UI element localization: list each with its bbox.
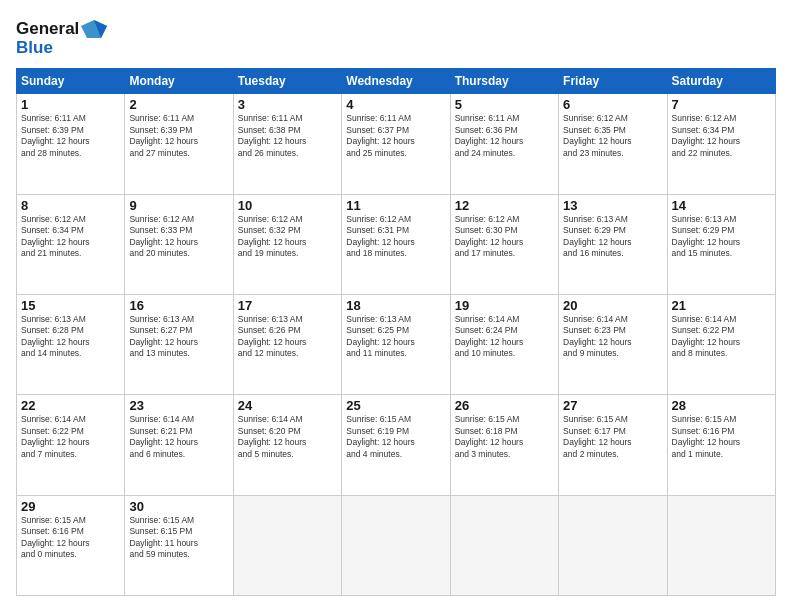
cell-details: Sunrise: 6:13 AM Sunset: 6:29 PM Dayligh… — [672, 214, 771, 260]
table-row: 2Sunrise: 6:11 AM Sunset: 6:39 PM Daylig… — [125, 94, 233, 194]
cell-details: Sunrise: 6:11 AM Sunset: 6:36 PM Dayligh… — [455, 113, 554, 159]
day-number: 28 — [672, 398, 771, 413]
table-row: 16Sunrise: 6:13 AM Sunset: 6:27 PM Dayli… — [125, 295, 233, 395]
table-row: 28Sunrise: 6:15 AM Sunset: 6:16 PM Dayli… — [667, 395, 775, 495]
calendar-table: Sunday Monday Tuesday Wednesday Thursday… — [16, 68, 776, 596]
cell-details: Sunrise: 6:12 AM Sunset: 6:34 PM Dayligh… — [672, 113, 771, 159]
calendar-header-row: Sunday Monday Tuesday Wednesday Thursday… — [17, 69, 776, 94]
col-saturday: Saturday — [667, 69, 775, 94]
col-monday: Monday — [125, 69, 233, 94]
calendar-week-1: 1Sunrise: 6:11 AM Sunset: 6:39 PM Daylig… — [17, 94, 776, 194]
table-row — [667, 495, 775, 595]
cell-details: Sunrise: 6:15 AM Sunset: 6:15 PM Dayligh… — [129, 515, 228, 561]
col-wednesday: Wednesday — [342, 69, 450, 94]
day-number: 7 — [672, 97, 771, 112]
col-thursday: Thursday — [450, 69, 558, 94]
cell-details: Sunrise: 6:12 AM Sunset: 6:34 PM Dayligh… — [21, 214, 120, 260]
day-number: 18 — [346, 298, 445, 313]
table-row — [450, 495, 558, 595]
table-row: 5Sunrise: 6:11 AM Sunset: 6:36 PM Daylig… — [450, 94, 558, 194]
col-sunday: Sunday — [17, 69, 125, 94]
table-row — [559, 495, 667, 595]
day-number: 14 — [672, 198, 771, 213]
calendar-week-5: 29Sunrise: 6:15 AM Sunset: 6:16 PM Dayli… — [17, 495, 776, 595]
cell-details: Sunrise: 6:13 AM Sunset: 6:27 PM Dayligh… — [129, 314, 228, 360]
table-row: 18Sunrise: 6:13 AM Sunset: 6:25 PM Dayli… — [342, 295, 450, 395]
day-number: 5 — [455, 97, 554, 112]
cell-details: Sunrise: 6:15 AM Sunset: 6:16 PM Dayligh… — [672, 414, 771, 460]
cell-details: Sunrise: 6:11 AM Sunset: 6:38 PM Dayligh… — [238, 113, 337, 159]
day-number: 23 — [129, 398, 228, 413]
table-row: 12Sunrise: 6:12 AM Sunset: 6:30 PM Dayli… — [450, 194, 558, 294]
table-row: 11Sunrise: 6:12 AM Sunset: 6:31 PM Dayli… — [342, 194, 450, 294]
table-row: 30Sunrise: 6:15 AM Sunset: 6:15 PM Dayli… — [125, 495, 233, 595]
table-row: 8Sunrise: 6:12 AM Sunset: 6:34 PM Daylig… — [17, 194, 125, 294]
table-row: 26Sunrise: 6:15 AM Sunset: 6:18 PM Dayli… — [450, 395, 558, 495]
table-row: 23Sunrise: 6:14 AM Sunset: 6:21 PM Dayli… — [125, 395, 233, 495]
calendar-week-3: 15Sunrise: 6:13 AM Sunset: 6:28 PM Dayli… — [17, 295, 776, 395]
table-row — [342, 495, 450, 595]
day-number: 30 — [129, 499, 228, 514]
table-row: 22Sunrise: 6:14 AM Sunset: 6:22 PM Dayli… — [17, 395, 125, 495]
day-number: 24 — [238, 398, 337, 413]
table-row: 24Sunrise: 6:14 AM Sunset: 6:20 PM Dayli… — [233, 395, 341, 495]
cell-details: Sunrise: 6:13 AM Sunset: 6:25 PM Dayligh… — [346, 314, 445, 360]
cell-details: Sunrise: 6:14 AM Sunset: 6:24 PM Dayligh… — [455, 314, 554, 360]
table-row: 10Sunrise: 6:12 AM Sunset: 6:32 PM Dayli… — [233, 194, 341, 294]
day-number: 1 — [21, 97, 120, 112]
table-row: 17Sunrise: 6:13 AM Sunset: 6:26 PM Dayli… — [233, 295, 341, 395]
cell-details: Sunrise: 6:11 AM Sunset: 6:39 PM Dayligh… — [129, 113, 228, 159]
table-row: 6Sunrise: 6:12 AM Sunset: 6:35 PM Daylig… — [559, 94, 667, 194]
day-number: 22 — [21, 398, 120, 413]
day-number: 11 — [346, 198, 445, 213]
table-row: 3Sunrise: 6:11 AM Sunset: 6:38 PM Daylig… — [233, 94, 341, 194]
cell-details: Sunrise: 6:12 AM Sunset: 6:32 PM Dayligh… — [238, 214, 337, 260]
day-number: 10 — [238, 198, 337, 213]
logo: General Blue — [16, 16, 109, 58]
cell-details: Sunrise: 6:12 AM Sunset: 6:35 PM Dayligh… — [563, 113, 662, 159]
logo-icon — [79, 16, 109, 42]
cell-details: Sunrise: 6:13 AM Sunset: 6:28 PM Dayligh… — [21, 314, 120, 360]
cell-details: Sunrise: 6:14 AM Sunset: 6:21 PM Dayligh… — [129, 414, 228, 460]
table-row: 9Sunrise: 6:12 AM Sunset: 6:33 PM Daylig… — [125, 194, 233, 294]
day-number: 4 — [346, 97, 445, 112]
day-number: 6 — [563, 97, 662, 112]
day-number: 21 — [672, 298, 771, 313]
calendar-week-4: 22Sunrise: 6:14 AM Sunset: 6:22 PM Dayli… — [17, 395, 776, 495]
table-row: 19Sunrise: 6:14 AM Sunset: 6:24 PM Dayli… — [450, 295, 558, 395]
cell-details: Sunrise: 6:15 AM Sunset: 6:16 PM Dayligh… — [21, 515, 120, 561]
cell-details: Sunrise: 6:13 AM Sunset: 6:29 PM Dayligh… — [563, 214, 662, 260]
table-row: 15Sunrise: 6:13 AM Sunset: 6:28 PM Dayli… — [17, 295, 125, 395]
cell-details: Sunrise: 6:15 AM Sunset: 6:18 PM Dayligh… — [455, 414, 554, 460]
cell-details: Sunrise: 6:15 AM Sunset: 6:17 PM Dayligh… — [563, 414, 662, 460]
day-number: 3 — [238, 97, 337, 112]
table-row: 13Sunrise: 6:13 AM Sunset: 6:29 PM Dayli… — [559, 194, 667, 294]
cell-details: Sunrise: 6:12 AM Sunset: 6:33 PM Dayligh… — [129, 214, 228, 260]
day-number: 16 — [129, 298, 228, 313]
table-row: 1Sunrise: 6:11 AM Sunset: 6:39 PM Daylig… — [17, 94, 125, 194]
day-number: 25 — [346, 398, 445, 413]
table-row: 7Sunrise: 6:12 AM Sunset: 6:34 PM Daylig… — [667, 94, 775, 194]
day-number: 26 — [455, 398, 554, 413]
col-tuesday: Tuesday — [233, 69, 341, 94]
cell-details: Sunrise: 6:14 AM Sunset: 6:23 PM Dayligh… — [563, 314, 662, 360]
table-row: 4Sunrise: 6:11 AM Sunset: 6:37 PM Daylig… — [342, 94, 450, 194]
day-number: 13 — [563, 198, 662, 213]
table-row: 29Sunrise: 6:15 AM Sunset: 6:16 PM Dayli… — [17, 495, 125, 595]
cell-details: Sunrise: 6:15 AM Sunset: 6:19 PM Dayligh… — [346, 414, 445, 460]
day-number: 20 — [563, 298, 662, 313]
cell-details: Sunrise: 6:14 AM Sunset: 6:22 PM Dayligh… — [21, 414, 120, 460]
header: General Blue — [16, 16, 776, 58]
col-friday: Friday — [559, 69, 667, 94]
calendar-week-2: 8Sunrise: 6:12 AM Sunset: 6:34 PM Daylig… — [17, 194, 776, 294]
cell-details: Sunrise: 6:14 AM Sunset: 6:20 PM Dayligh… — [238, 414, 337, 460]
table-row: 27Sunrise: 6:15 AM Sunset: 6:17 PM Dayli… — [559, 395, 667, 495]
day-number: 12 — [455, 198, 554, 213]
page: General Blue Sunday Monday Tuesday Wedne… — [0, 0, 792, 612]
logo-text: General Blue — [16, 16, 109, 58]
day-number: 29 — [21, 499, 120, 514]
cell-details: Sunrise: 6:13 AM Sunset: 6:26 PM Dayligh… — [238, 314, 337, 360]
table-row: 14Sunrise: 6:13 AM Sunset: 6:29 PM Dayli… — [667, 194, 775, 294]
day-number: 27 — [563, 398, 662, 413]
table-row — [233, 495, 341, 595]
